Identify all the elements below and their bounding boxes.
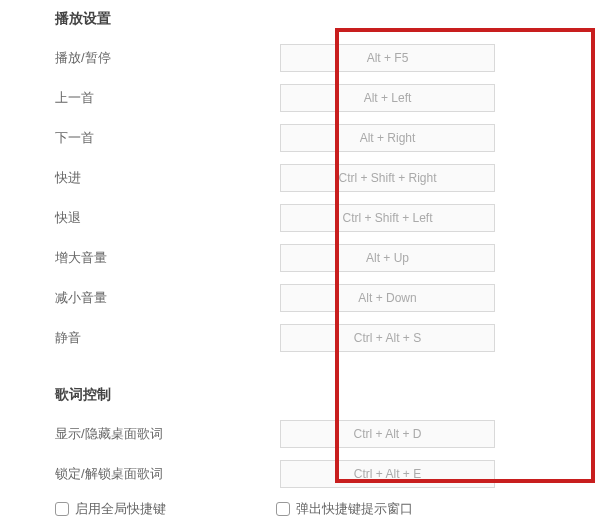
shortcut-input-lock-lyrics[interactable]: Ctrl + Alt + E — [280, 460, 495, 488]
lyrics-section-title: 歌词控制 — [55, 386, 600, 404]
shortcut-label-lock-lyrics: 锁定/解锁桌面歌词 — [55, 465, 280, 483]
shortcut-input-volume-up[interactable]: Alt + Up — [280, 244, 495, 272]
shortcut-label-volume-up: 增大音量 — [55, 249, 280, 267]
shortcut-input-mute[interactable]: Ctrl + Alt + S — [280, 324, 495, 352]
shortcut-row: 锁定/解锁桌面歌词 Ctrl + Alt + E — [55, 460, 600, 488]
shortcut-row: 静音 Ctrl + Alt + S — [55, 324, 600, 352]
shortcut-row: 减小音量 Alt + Down — [55, 284, 600, 312]
playback-settings-section: 播放设置 播放/暂停 Alt + F5 上一首 Alt + Left 下一首 A… — [55, 10, 600, 352]
shortcut-row: 播放/暂停 Alt + F5 — [55, 44, 600, 72]
shortcut-label-prev: 上一首 — [55, 89, 280, 107]
lyrics-control-section: 歌词控制 显示/隐藏桌面歌词 Ctrl + Alt + D 锁定/解锁桌面歌词 … — [55, 386, 600, 488]
shortcut-row: 下一首 Alt + Right — [55, 124, 600, 152]
popup-hint-group: 弹出快捷键提示窗口 — [276, 500, 413, 518]
shortcut-row: 快进 Ctrl + Shift + Right — [55, 164, 600, 192]
shortcut-label-volume-down: 减小音量 — [55, 289, 280, 307]
shortcut-input-toggle-lyrics[interactable]: Ctrl + Alt + D — [280, 420, 495, 448]
enable-global-shortcut-group: 启用全局快捷键 — [55, 500, 166, 518]
shortcut-input-volume-down[interactable]: Alt + Down — [280, 284, 495, 312]
popup-hint-label: 弹出快捷键提示窗口 — [296, 500, 413, 518]
shortcut-row: 显示/隐藏桌面歌词 Ctrl + Alt + D — [55, 420, 600, 448]
popup-hint-checkbox[interactable] — [276, 502, 290, 516]
shortcut-label-rewind: 快退 — [55, 209, 280, 227]
shortcut-label-toggle-lyrics: 显示/隐藏桌面歌词 — [55, 425, 280, 443]
shortcut-label-fastforward: 快进 — [55, 169, 280, 187]
shortcut-row: 上一首 Alt + Left — [55, 84, 600, 112]
enable-global-shortcut-label: 启用全局快捷键 — [75, 500, 166, 518]
shortcut-input-fastforward[interactable]: Ctrl + Shift + Right — [280, 164, 495, 192]
shortcut-row: 快退 Ctrl + Shift + Left — [55, 204, 600, 232]
shortcut-input-next[interactable]: Alt + Right — [280, 124, 495, 152]
enable-global-shortcut-checkbox[interactable] — [55, 502, 69, 516]
footer-row: 启用全局快捷键 弹出快捷键提示窗口 — [55, 500, 600, 518]
shortcut-input-prev[interactable]: Alt + Left — [280, 84, 495, 112]
shortcut-label-next: 下一首 — [55, 129, 280, 147]
shortcut-label-mute: 静音 — [55, 329, 280, 347]
shortcut-label-play-pause: 播放/暂停 — [55, 49, 280, 67]
playback-section-title: 播放设置 — [55, 10, 600, 28]
shortcut-row: 增大音量 Alt + Up — [55, 244, 600, 272]
shortcut-input-play-pause[interactable]: Alt + F5 — [280, 44, 495, 72]
shortcut-input-rewind[interactable]: Ctrl + Shift + Left — [280, 204, 495, 232]
